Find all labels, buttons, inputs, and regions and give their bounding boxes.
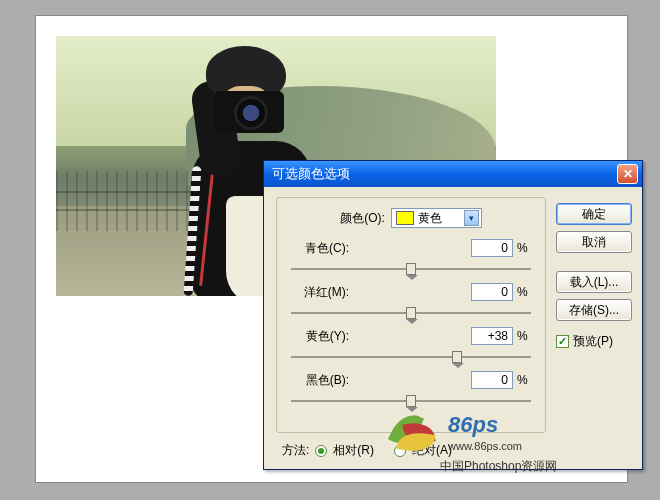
yellow-input[interactable] — [471, 327, 513, 345]
black-slider[interactable] — [291, 394, 531, 408]
yellow-label: 黄色(Y): — [291, 328, 349, 345]
preview-label: 预览(P) — [573, 333, 613, 350]
black-label: 黑色(B): — [291, 372, 349, 389]
cyan-input[interactable] — [471, 239, 513, 257]
color-group: 颜色(O): 黄色 ▾ 青色(C): % 洋红(M): — [276, 197, 546, 433]
cyan-label: 青色(C): — [291, 240, 349, 257]
color-select-value: 黄色 — [418, 210, 442, 227]
radio-relative[interactable] — [315, 445, 327, 457]
chevron-down-icon: ▾ — [464, 210, 479, 226]
black-input[interactable] — [471, 371, 513, 389]
magenta-label: 洋红(M): — [291, 284, 349, 301]
watermark-logo-icon — [392, 408, 442, 456]
watermark: 86ps www.86ps.com — [392, 408, 522, 456]
load-button[interactable]: 载入(L)... — [556, 271, 632, 293]
percent-label: % — [517, 285, 531, 299]
percent-label: % — [517, 329, 531, 343]
cyan-slider[interactable] — [291, 262, 531, 276]
radio-relative-label: 相对(R) — [333, 442, 374, 459]
close-icon: ✕ — [623, 167, 633, 181]
method-label: 方法: — [282, 442, 309, 459]
magenta-slider[interactable] — [291, 306, 531, 320]
color-swatch-icon — [396, 211, 414, 225]
dialog-titlebar[interactable]: 可选颜色选项 ✕ — [264, 161, 642, 187]
watermark-url: www.86ps.com — [448, 439, 522, 453]
dialog-title: 可选颜色选项 — [272, 165, 617, 183]
color-label: 颜色(O): — [340, 210, 385, 227]
percent-label: % — [517, 373, 531, 387]
save-button[interactable]: 存储(S)... — [556, 299, 632, 321]
watermark-brand: 86ps — [448, 411, 522, 440]
percent-label: % — [517, 241, 531, 255]
cancel-button[interactable]: 取消 — [556, 231, 632, 253]
ok-button[interactable]: 确定 — [556, 203, 632, 225]
close-button[interactable]: ✕ — [617, 164, 638, 184]
magenta-input[interactable] — [471, 283, 513, 301]
watermark-cn: 中国Photoshop资源网 — [440, 458, 557, 475]
yellow-slider[interactable] — [291, 350, 531, 364]
button-column: 确定 取消 载入(L)... 存储(S)... ✓ 预览(P) — [556, 203, 632, 350]
color-select[interactable]: 黄色 ▾ — [391, 208, 482, 228]
preview-checkbox[interactable]: ✓ — [556, 335, 569, 348]
